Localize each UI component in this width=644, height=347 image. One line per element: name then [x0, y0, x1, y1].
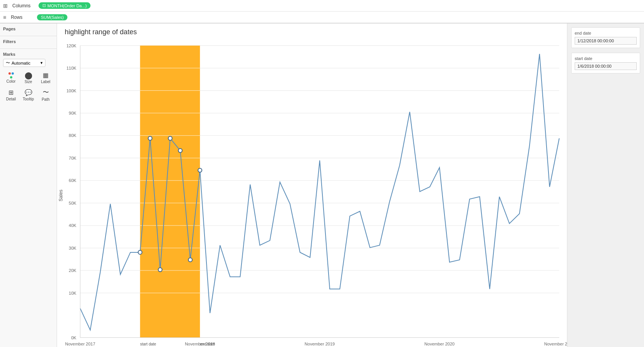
dp-jun2018 [148, 136, 152, 140]
tooltip-mark-button[interactable]: 💬 Tooltip [20, 87, 36, 103]
chart-svg: 120K 110K 100K 90K 80K 70K 60K 50K 40K 3… [57, 38, 567, 347]
rows-shelf: ≡ Rows SUM(Sales) [0, 12, 644, 23]
marks-type-dropdown[interactable]: 〜 Automatic ▾ [3, 59, 45, 67]
columns-shelf: ⊞ Columns ⊡ MONTH(Order Da...) [0, 0, 644, 12]
marks-grid: Color ⬤ Size ▦ Label ⊞ Detail [3, 70, 54, 103]
color-dot-green [10, 76, 12, 78]
dp-nov2018 [198, 168, 202, 172]
svg-text:10K: 10K [69, 291, 77, 295]
dp-sep2018 [178, 148, 182, 152]
svg-text:80K: 80K [69, 133, 77, 138]
label-label: Label [41, 80, 50, 84]
marks-type-wave-icon: 〜 [6, 60, 10, 66]
marks-title: Marks [3, 52, 54, 57]
chart-area: highlight range of dates 120K 110K [57, 23, 567, 347]
highlight-region [140, 46, 200, 338]
detail-label: Detail [6, 97, 16, 101]
svg-text:0K: 0K [71, 335, 77, 340]
dp-jul2018 [158, 268, 162, 272]
dp-oct2018 [188, 258, 192, 262]
path-label: Path [42, 97, 50, 102]
svg-text:November 2020: November 2020 [424, 342, 454, 346]
size-mark-button[interactable]: ⬤ Size [20, 70, 36, 85]
filters-title: Filters [3, 39, 54, 44]
color-mark-button[interactable]: Color [3, 70, 19, 85]
columns-label: Columns [12, 3, 35, 8]
svg-text:40K: 40K [69, 223, 77, 228]
svg-text:110K: 110K [66, 66, 76, 70]
detail-mark-button[interactable]: ⊞ Detail [3, 87, 19, 103]
columns-pill[interactable]: ⊡ MONTH(Order Da...) [39, 2, 91, 9]
svg-text:November 2021: November 2021 [544, 342, 567, 346]
filters-section: Filters [0, 36, 57, 49]
tooltip-icon: 💬 [25, 89, 32, 96]
svg-text:100K: 100K [66, 88, 76, 93]
svg-text:30K: 30K [69, 246, 77, 250]
rows-pill[interactable]: SUM(Sales) [37, 14, 67, 20]
start-date-value[interactable]: 1/6/2018 00:00:00 [575, 62, 637, 70]
right-panel: end date 1/12/2018 00:00:00 start date 1… [567, 23, 644, 347]
svg-text:20K: 20K [69, 268, 77, 273]
left-panel: Pages Filters Marks 〜 Automatic ▾ Co [0, 23, 57, 347]
end-date-card: end date 1/12/2018 00:00:00 [571, 27, 640, 48]
start-date-title: start date [575, 56, 637, 61]
color-label: Color [7, 79, 16, 83]
chart-title: highlight range of dates [57, 23, 567, 38]
path-icon: 〜 [43, 88, 49, 97]
svg-text:November 2018: November 2018 [185, 342, 215, 346]
top-bar: ⊞ Columns ⊡ MONTH(Order Da...) ≡ Rows SU… [0, 0, 644, 23]
start-date-card: start date 1/6/2018 00:00:00 [571, 53, 640, 73]
svg-text:60K: 60K [69, 178, 77, 183]
dp-aug2018 [168, 136, 172, 140]
detail-icon: ⊞ [8, 89, 13, 96]
label-icon: ▦ [43, 72, 49, 79]
rows-label: Rows [11, 15, 34, 20]
tooltip-label: Tooltip [23, 97, 34, 101]
size-icon: ⬤ [25, 72, 32, 79]
start-date-x-label: start date [140, 342, 156, 346]
color-icon [8, 72, 14, 75]
rows-icon: ≡ [3, 14, 6, 20]
main-area: Pages Filters Marks 〜 Automatic ▾ Co [0, 23, 644, 347]
svg-text:November 2019: November 2019 [305, 342, 335, 346]
svg-text:Sales: Sales [58, 190, 64, 202]
svg-text:50K: 50K [69, 201, 77, 205]
label-mark-button[interactable]: ▦ Label [38, 70, 54, 85]
marks-dropdown-arrow: ▾ [40, 60, 43, 65]
end-date-value[interactable]: 1/12/2018 00:00:00 [575, 37, 637, 45]
columns-icon: ⊞ [3, 3, 8, 9]
svg-text:November 2017: November 2017 [65, 342, 95, 346]
svg-text:70K: 70K [69, 156, 77, 160]
dp-may2018 [138, 250, 142, 254]
end-date-title: end date [575, 31, 637, 35]
columns-pill-icon: ⊡ [42, 3, 46, 8]
size-label: Size [25, 80, 32, 84]
path-mark-button[interactable]: 〜 Path [38, 87, 54, 103]
svg-text:90K: 90K [69, 111, 77, 115]
pages-title: Pages [3, 27, 54, 31]
svg-text:120K: 120K [66, 43, 76, 48]
pages-section: Pages [0, 23, 57, 36]
marks-section: Marks 〜 Automatic ▾ Color ⬤ [0, 49, 57, 106]
